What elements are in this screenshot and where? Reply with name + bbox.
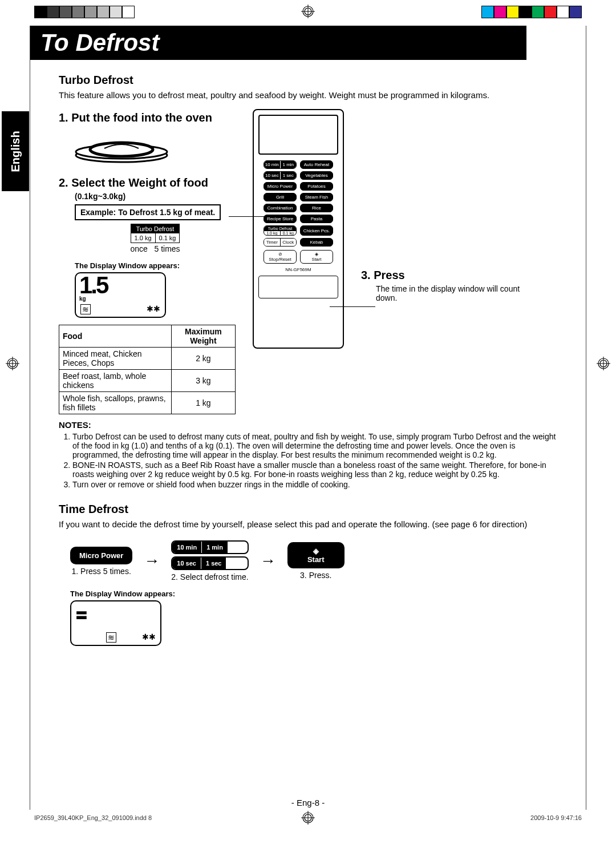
note-item: Turbo Defrost can be used to defrost man… [72,432,557,459]
timestamp: 2009-10-9 9:47:16 [530,814,582,821]
registration-mark-icon [301,5,315,21]
start-icon: ◈ [313,547,319,555]
table-row: Beef roast, lamb, whole chickens3 kg [59,370,236,392]
display-note: The Display Window appears: [70,589,557,598]
wave-icon: ≋ [106,632,116,643]
snowflake-icon: ✱✱ [142,632,156,643]
step-caption: 1. Press 5 times. [70,567,132,576]
door-release [258,276,338,298]
snowflake-icon: ✱✱ [147,304,160,314]
time-pads: 10 min1 min 10 sec1 sec [171,540,248,570]
table-row: Whole fish, scallops, prawns, fish fille… [59,392,236,414]
weight-range: (0.1kg~3.0kg) [75,192,236,201]
page-content: To Defrost English Turbo Defrost This fe… [30,26,586,810]
recipe-store-button: Recipe Store [264,215,297,223]
note-item: Turn over or remove or shield food when … [72,480,557,489]
timer-clock-button: TimerClock [264,238,297,247]
stop-icon: ⊘ [278,252,282,257]
start-button: ◈Start [300,250,333,264]
time-defrost-flow: Micro Power 1. Press 5 times. → 10 min1 … [70,540,557,581]
time-defrost-heading: Time Defrost [59,503,557,516]
wave-icon: ≋ [80,304,91,314]
step-caption: 3. Press. [287,571,345,580]
step1-heading: 1. Put the food into the oven [59,111,236,124]
file-name: IP2659_39L40KP_Eng_32_091009.indd 8 [34,814,152,821]
notes-heading: NOTES: [59,420,557,430]
leader-line [229,216,267,217]
registration-mark-icon [597,357,610,373]
leader-line [330,306,375,307]
start-pad: ◈Start [287,542,345,568]
display-note: The Display Window appears: [75,261,236,270]
turbo-defrost-heading: Turbo Defrost [59,74,557,87]
time-button: 10 sec1 sec [264,171,297,180]
panel-screen [258,115,338,155]
example-box: Example: To Defrost 1.5 kg of meat. [75,204,221,220]
combination-button: Combination [264,204,297,212]
start-icon: ◈ [315,252,318,257]
model-number: NN-GF569M [258,267,338,272]
pasta-button: Pasta [300,215,333,223]
page-number: - Eng-8 - [291,798,325,807]
arrow-icon: → [260,552,276,570]
vegetables-button: Vegetables [300,171,333,180]
time-button: 10 min1 min [264,160,297,169]
step3-desc: The time in the display window will coun… [376,284,530,302]
auto-reheat-button: Auto Reheat [300,160,333,169]
turbo-defrost-desc: This feature allows you to defrost meat,… [59,90,557,100]
food-dish-icon [70,132,173,164]
press-count: once 5 times [75,244,236,253]
rice-button: Rice [300,204,333,212]
grill-button: Grill [264,193,297,201]
display-window-illustration: 〓 x ≋ ✱✱ [70,600,161,646]
turbo-defrost-button-illustration: Turbo Defrost 1.0 kg0.1 kg [131,224,180,243]
notes-section: NOTES: Turbo Defrost can be used to defr… [59,420,557,489]
potatoes-button: Potatoes [300,182,333,191]
arrow-icon: → [144,552,160,570]
language-tab: English [2,111,29,191]
stop-reset-button: ⊘Stop/Reset [264,250,297,264]
footer: IP2659_39L40KP_Eng_32_091009.indd 8 2009… [34,814,582,821]
time-defrost-desc: If you want to decide the defrost time b… [59,519,557,529]
language-label: English [9,131,22,172]
note-item: BONE-IN ROASTS, such as a Beef Rib Roast… [72,461,557,479]
turbo-defrost-button: Turbo Defrost 1.0 kg0.1 kg [264,225,297,236]
step3-heading: 3. Press [361,269,557,282]
micro-power-button: Micro Power [264,182,297,191]
page-title: To Defrost [30,26,526,60]
chicken-button: Chicken Pcs. [300,225,333,236]
max-weight-table: FoodMaximum Weight Minced meat, Chicken … [59,325,236,414]
table-row: Minced meat, Chicken Pieces, Chops2 kg [59,348,236,370]
registration-mark-icon [6,357,19,373]
control-panel-illustration: 10 min1 minAuto Reheat 10 sec1 secVegeta… [253,109,344,349]
step-caption: 2. Select defrost time. [171,572,248,581]
micro-power-pad: Micro Power [70,547,132,564]
kebab-button: Kebab [300,238,333,247]
display-window-illustration: 1.5 kg ≋ ✱✱ [75,272,166,318]
steam-fish-button: Steam Fish [300,193,333,201]
step2-heading: 2. Select the Weight of food [59,176,236,189]
